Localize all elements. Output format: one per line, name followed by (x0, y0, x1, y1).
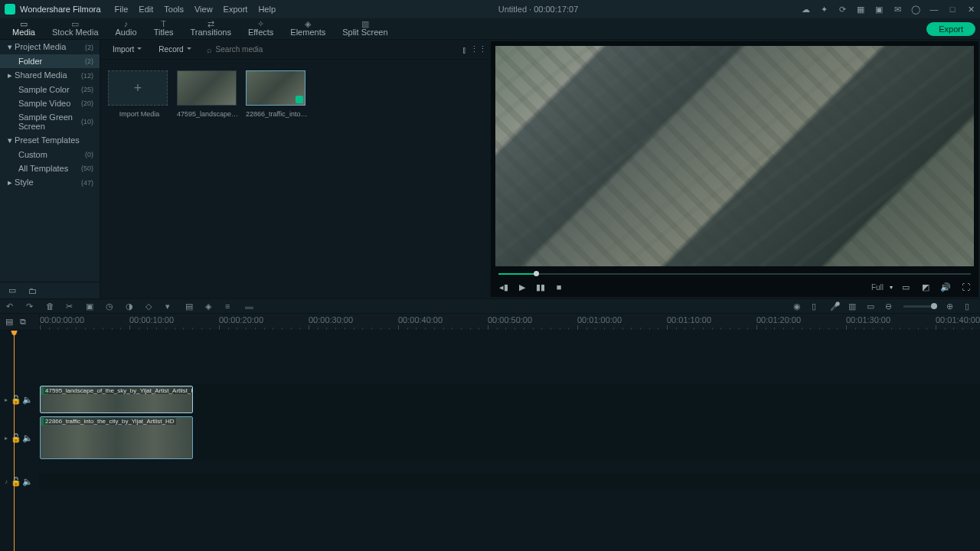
speed-icon[interactable]: ◷ (106, 302, 115, 311)
zoom-in-icon[interactable]: ⊕ (946, 302, 956, 311)
mute-icon[interactable]: 🔈 (24, 395, 31, 404)
zoom-slider[interactable] (903, 305, 937, 308)
playback-mode[interactable]: Full (871, 283, 884, 292)
folder-icon[interactable]: 🗀 (28, 286, 37, 295)
snapshot-icon[interactable]: ◩ (919, 280, 933, 294)
tree-node-style[interactable]: ▸ Style(47) (0, 175, 100, 190)
new-folder-icon[interactable]: ▭ (8, 286, 17, 295)
delete-icon[interactable]: 🗑 (46, 302, 55, 311)
preview-panel: 00:00:01:13 ◂▮ ▶ ▮▮ ■ Full ▾ ▭ ◩ 🔊 ⛶ (491, 41, 978, 297)
grid-view-icon[interactable]: ⋮⋮ (474, 45, 483, 54)
crop-icon[interactable]: ▣ (86, 302, 95, 311)
display-icon[interactable]: ▭ (899, 280, 913, 294)
video-track-1: ▸ 🔓 🔈 22866_traffic_into_the_city_by_Yij… (0, 415, 980, 461)
grid-icon[interactable]: ▦ (856, 5, 865, 14)
tag-icon[interactable]: ◈ (205, 302, 214, 311)
document-title: Untitled · 00:00:17:07 (276, 5, 801, 14)
minimize-icon[interactable]: — (929, 5, 939, 14)
tree-node-sample-video[interactable]: Sample Video(20) (0, 96, 100, 110)
close-icon[interactable]: ✕ (966, 5, 975, 14)
tab-audio[interactable]: ♪Audio (108, 16, 145, 42)
project-tree-panel: ▾ Project Media(2)Folder(2)▸ Shared Medi… (0, 40, 100, 298)
tab-effects[interactable]: ✧Effects (240, 16, 281, 42)
track-icon[interactable]: ▤ (185, 302, 194, 311)
search-media[interactable]: ⌕ (202, 44, 456, 56)
keyframe-icon[interactable]: ◇ (145, 302, 155, 311)
fullscreen-icon[interactable]: ⛶ (959, 280, 972, 294)
menu-view[interactable]: View (194, 5, 213, 14)
pause-button[interactable]: ▮▮ (534, 280, 547, 294)
media-item-0[interactable]: +Import Media (108, 70, 171, 118)
tab-stock-media[interactable]: ▭Stock Media (44, 16, 106, 42)
time-ruler[interactable]: ▤ ⧉ 00:00:00:0000:00:10:0000:00:20:0000:… (0, 314, 980, 331)
mute-icon[interactable]: 🔈 (24, 433, 31, 442)
menu-file[interactable]: File (115, 5, 129, 14)
menu-tools[interactable]: Tools (164, 5, 184, 14)
menu-edit[interactable]: Edit (139, 5, 153, 14)
tab-elements[interactable]: ◈Elements (283, 16, 333, 42)
app-logo (5, 4, 15, 15)
prev-frame-button[interactable]: ◂▮ (497, 280, 511, 294)
color-icon[interactable]: ◑ (126, 302, 135, 311)
tab-media[interactable]: ▭Media (5, 16, 43, 42)
volume-icon[interactable]: 🔊 (939, 280, 952, 294)
preview-scrubber[interactable]: 00:00:01:13 (498, 271, 971, 277)
filter-icon[interactable]: ⫿ (460, 45, 469, 54)
tree-node-sample-color[interactable]: Sample Color(25) (0, 83, 100, 96)
maximize-icon[interactable]: □ (948, 5, 957, 14)
cut-icon[interactable]: ✂ (66, 302, 75, 311)
export-button[interactable]: Export (926, 22, 975, 36)
tab-split-screen[interactable]: ▥Split Screen (335, 16, 395, 42)
chevron-down-icon[interactable]: ▾ (890, 284, 893, 291)
marker-icon[interactable]: ▾ (165, 302, 175, 311)
tree-node-folder[interactable]: Folder(2) (0, 54, 100, 68)
menu-help[interactable]: Help (258, 5, 276, 14)
tab-transitions[interactable]: ⇄Transitions (183, 16, 239, 42)
split-view-icon[interactable]: ▥ (848, 302, 858, 311)
timeline-clip[interactable]: 22866_traffic_into_the_city_by_Yijat_Art… (40, 416, 193, 459)
audio-track-1: ♪ 🔓 🔈 (0, 473, 980, 490)
search-input[interactable] (216, 45, 451, 54)
timeline-clip[interactable]: 47595_landscape_of_the_sky_by_Yijat_Arti… (40, 386, 193, 413)
ruler-options-icon[interactable]: ▤ (5, 318, 14, 327)
cart-icon[interactable]: ▣ (874, 5, 884, 14)
menu-export[interactable]: Export (224, 5, 248, 14)
media-panel: Import Record ⌕ ⫿ ⋮⋮ +Import Media47595_… (100, 40, 489, 298)
mic-icon[interactable]: 🎤 (830, 302, 839, 311)
timeline-toolbar: ↶ ↷ 🗑 ✂ ▣ ◷ ◑ ◇ ▾ ▤ ◈ ≡ ▬ ◉ ▯ 🎤 ▥ ▭ ⊖ ⊕ … (0, 298, 980, 314)
mixer-icon[interactable]: ▯ (812, 302, 821, 311)
media-item-2[interactable]: 22866_traffic_into_th... (246, 70, 309, 118)
tree-node-project-media[interactable]: ▾ Project Media(2) (0, 40, 100, 54)
tab-titles[interactable]: TTitles (146, 16, 181, 42)
play-button[interactable]: ▶ (515, 280, 529, 294)
mail-icon[interactable]: ✉ (893, 5, 902, 14)
refresh-icon[interactable]: ⟳ (838, 5, 847, 14)
video-track-2: ▸ 🔓 🔈 47595_landscape_of_the_sky_by_Yija… (0, 384, 980, 415)
tree-node-preset-templates[interactable]: ▾ Preset Templates (0, 133, 100, 148)
record-vo-icon[interactable]: ◉ (793, 302, 802, 311)
tree-node-custom[interactable]: Custom(0) (0, 148, 100, 161)
redo-icon[interactable]: ↷ (26, 302, 35, 311)
more-icon[interactable]: ≡ (225, 302, 234, 311)
account-icon[interactable]: ◯ (911, 5, 920, 14)
media-item-1[interactable]: 47595_landscape_of_... (177, 70, 240, 118)
import-dropdown[interactable]: Import (106, 44, 148, 55)
snap-icon[interactable]: ▭ (867, 302, 876, 311)
cloud-icon[interactable]: ☁ (801, 5, 810, 14)
ribbon: ▭Media ▭Stock Media ♪Audio TTitles ⇄Tran… (0, 18, 980, 40)
preview-video[interactable] (495, 46, 974, 266)
render-icon[interactable]: ▬ (245, 302, 254, 311)
tree-node-sample-green-screen[interactable]: Sample Green Screen(10) (0, 110, 100, 133)
magnet-icon[interactable]: ⧉ (18, 318, 28, 327)
playhead[interactable] (14, 331, 15, 551)
sparkle-icon[interactable]: ✦ (819, 5, 828, 14)
record-dropdown[interactable]: Record (152, 44, 197, 55)
stop-button[interactable]: ■ (552, 280, 566, 294)
undo-icon[interactable]: ↶ (6, 302, 15, 311)
zoom-out-icon[interactable]: ⊖ (885, 302, 894, 311)
fit-icon[interactable]: ▯ (965, 302, 974, 311)
tree-node-shared-media[interactable]: ▸ Shared Media(12) (0, 68, 100, 83)
tree-node-all-templates[interactable]: All Templates(50) (0, 161, 100, 175)
mute-icon[interactable]: 🔈 (24, 477, 31, 486)
timeline: ▤ ⧉ 00:00:00:0000:00:10:0000:00:20:0000:… (0, 314, 980, 551)
